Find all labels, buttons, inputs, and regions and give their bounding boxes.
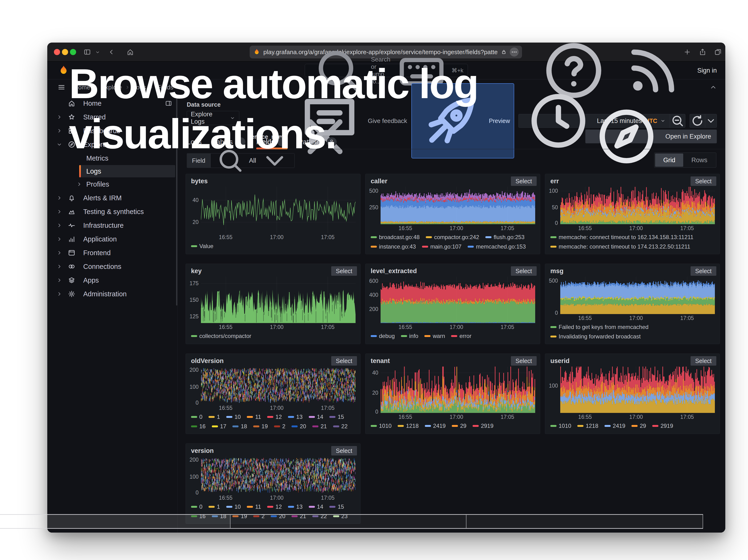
chart-caller[interactable]	[381, 187, 535, 224]
chevron-right-icon[interactable]	[76, 181, 82, 187]
select-button[interactable]: Select	[511, 177, 537, 186]
legend-item[interactable]: memcached.go:153	[468, 242, 526, 251]
chevron-right-icon[interactable]	[56, 236, 63, 242]
search-input[interactable]: Search or jump to... ⌘+k	[305, 64, 468, 77]
chevron-down-icon[interactable]	[95, 50, 100, 55]
legend-item[interactable]: Value	[191, 242, 213, 250]
legend-item[interactable]: 1010	[371, 421, 392, 430]
sidebar-item-testing-synthetics[interactable]: Testing & synthetics	[47, 205, 178, 218]
chart-userid[interactable]	[560, 367, 715, 413]
select-button[interactable]: Select	[511, 266, 537, 276]
legend-item[interactable]: 11	[247, 413, 261, 421]
legend-item[interactable]: 17	[212, 422, 227, 431]
legend-item[interactable]: Invalidating forwarded broadcast	[551, 332, 641, 341]
legend-item[interactable]: 1	[209, 413, 220, 421]
tab-patterns[interactable]: Patterns8	[298, 137, 337, 147]
sidebar-item-starred[interactable]: Starred	[47, 110, 178, 124]
view-toggle-rows[interactable]: Rows	[683, 154, 716, 167]
select-button[interactable]: Select	[511, 356, 537, 366]
chevron-right-icon[interactable]	[56, 263, 63, 270]
chevron-right-icon[interactable]	[56, 209, 63, 215]
legend-item[interactable]: debug	[371, 331, 395, 340]
legend-item[interactable]: 13	[288, 502, 303, 511]
legend-item[interactable]: 11	[247, 502, 261, 511]
sidebar-item-application[interactable]: Application	[47, 232, 178, 246]
sidebar-item-frontend[interactable]: Frontend	[47, 246, 178, 260]
legend-item[interactable]: 0	[191, 502, 202, 511]
legend-item[interactable]: 1218	[577, 421, 598, 430]
legend-item[interactable]: 12	[267, 413, 282, 421]
legend-item[interactable]: 1010	[551, 421, 571, 430]
sidebar-item-dashboards[interactable]: Dashboards	[47, 124, 178, 138]
breadcrumb-item-explore[interactable]: Explore	[101, 84, 122, 91]
legend-item[interactable]: 23	[333, 512, 348, 521]
select-button[interactable]: Select	[331, 446, 357, 456]
browser-sidebar-toggle-icon[interactable]	[83, 48, 91, 56]
breadcrumb-item-fields[interactable]: Fields	[157, 84, 173, 91]
sign-in-button[interactable]: Sign in	[697, 67, 717, 74]
legend-item[interactable]: 12	[267, 502, 282, 511]
legend-item[interactable]: 1218	[398, 421, 418, 430]
sidebar-item-explore[interactable]: Explore	[47, 138, 178, 151]
legend-item[interactable]: main.go:107	[422, 242, 462, 251]
chevron-down-icon[interactable]	[56, 141, 63, 147]
legend-item[interactable]: 15	[329, 502, 344, 511]
chart-version[interactable]	[201, 457, 355, 494]
chart-bytes[interactable]	[201, 187, 355, 233]
tab-logs[interactable]: Logs	[187, 137, 202, 147]
chart-tenant[interactable]	[381, 367, 535, 413]
legend-item[interactable]: 21	[312, 422, 327, 431]
legend-item[interactable]: 2419	[605, 421, 625, 430]
legend-item[interactable]: 13	[288, 413, 303, 421]
chart-oldVersion[interactable]	[201, 367, 355, 404]
legend-item[interactable]: 14	[309, 502, 323, 511]
legend-item[interactable]: 20	[271, 512, 285, 521]
traffic-light-zoom[interactable]	[70, 49, 76, 55]
back-icon[interactable]	[107, 48, 115, 56]
legend-item[interactable]: warn	[424, 331, 445, 340]
legend-item[interactable]: 2	[274, 422, 285, 431]
tab-overview-icon[interactable]	[714, 48, 722, 56]
browser-home-icon[interactable]	[126, 48, 134, 56]
legend-item[interactable]: broadcast.go:48	[371, 233, 420, 242]
legend-item[interactable]: compactor.go:242	[426, 233, 479, 242]
legend-item[interactable]: 2419	[425, 421, 446, 430]
sidebar-item-metrics[interactable]: Metrics	[47, 151, 178, 165]
zoom-out-button[interactable]	[670, 114, 685, 127]
legend-item[interactable]: 20	[291, 422, 306, 431]
legend-item[interactable]: 21	[291, 512, 306, 521]
page-options-icon[interactable]	[510, 48, 519, 56]
chevron-right-icon[interactable]	[56, 128, 63, 134]
field-filter-select[interactable]: All	[210, 153, 295, 168]
select-button[interactable]: Select	[331, 266, 357, 276]
legend-item[interactable]: 10	[226, 413, 241, 421]
sidebar-item-connections[interactable]: Connections	[47, 260, 178, 273]
chevron-right-icon[interactable]	[56, 277, 63, 283]
select-button[interactable]: Select	[691, 266, 716, 276]
traffic-light-close[interactable]	[54, 49, 60, 55]
legend-item[interactable]: flush.go:253	[485, 233, 524, 242]
chevron-right-icon[interactable]	[56, 222, 63, 229]
breadcrumb-item-home[interactable]: Home	[74, 84, 90, 91]
preview-badge[interactable]: Preview	[411, 83, 514, 159]
chart-level_extracted[interactable]	[381, 277, 535, 323]
legend-item[interactable]: 22	[312, 512, 327, 521]
legend-item[interactable]: 18	[212, 512, 227, 521]
legend-item[interactable]: 2	[253, 512, 264, 521]
chevron-up-icon[interactable]	[709, 83, 717, 91]
sidebar-item-administration[interactable]: Administration	[47, 287, 178, 301]
select-button[interactable]: Select	[691, 177, 716, 186]
chart-msg[interactable]	[560, 277, 715, 314]
sidebar-item-infrastructure[interactable]: Infrastructure	[47, 218, 178, 232]
legend-item[interactable]: 2919	[652, 421, 673, 430]
legend-item[interactable]: 18	[232, 422, 247, 431]
chart-err[interactable]	[560, 187, 715, 224]
open-in-explore-button[interactable]: Open in Explore	[585, 130, 717, 143]
legend-item[interactable]: error	[451, 331, 471, 340]
legend-item[interactable]: 16	[191, 512, 206, 521]
chevron-right-icon[interactable]	[56, 250, 63, 256]
sidebar-item-apps[interactable]: Apps	[47, 273, 178, 287]
sidebar-item-home[interactable]: Home	[47, 96, 178, 110]
legend-item[interactable]: memcache: connect timeout to 174.213.22.…	[551, 242, 690, 251]
select-button[interactable]: Select	[331, 356, 357, 366]
